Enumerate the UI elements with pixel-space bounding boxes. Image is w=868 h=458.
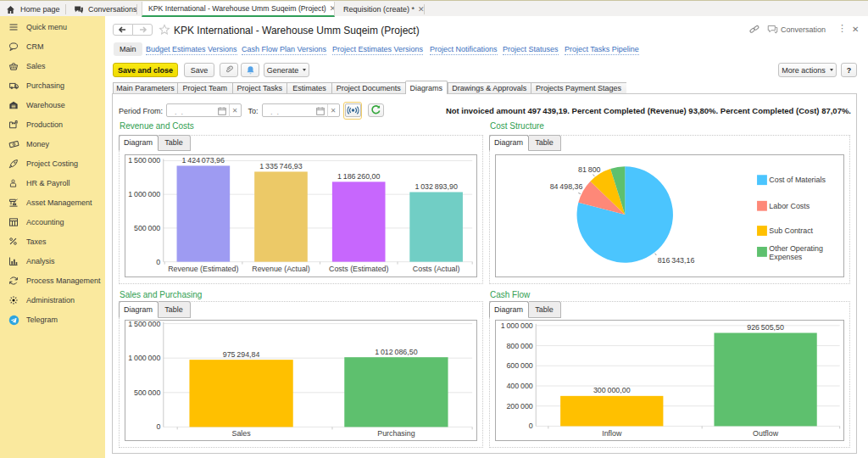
svg-text:1 000 000: 1 000 000 — [128, 190, 160, 198]
svg-text:300 000,00: 300 000,00 — [593, 386, 630, 394]
svg-text:Inflow: Inflow — [602, 429, 622, 438]
svg-text:800 000: 800 000 — [506, 342, 532, 350]
svg-text:Other Operating: Other Operating — [769, 244, 823, 253]
svg-text:Purchasing: Purchasing — [377, 429, 415, 438]
svg-text:0: 0 — [156, 258, 160, 266]
svg-text:Revenue (Actual): Revenue (Actual) — [252, 265, 309, 273]
svg-text:500 000: 500 000 — [134, 388, 160, 397]
svg-text:1 032 893,90: 1 032 893,90 — [415, 182, 457, 191]
svg-text:Sub Contract: Sub Contract — [769, 226, 813, 235]
svg-text:81 800: 81 800 — [578, 165, 600, 174]
svg-text:1 500 000: 1 500 000 — [128, 156, 160, 165]
svg-text:200 000: 200 000 — [506, 402, 532, 411]
svg-text:1 000 000: 1 000 000 — [500, 321, 532, 330]
svg-text:Costs (Actual): Costs (Actual) — [412, 265, 459, 273]
svg-text:1 500 000: 1 500 000 — [128, 320, 160, 328]
svg-text:84 498,36: 84 498,36 — [549, 182, 582, 191]
svg-text:1 424 073,96: 1 424 073,96 — [181, 156, 224, 165]
svg-text:500 000: 500 000 — [133, 224, 159, 232]
svg-text:Cost of Materials: Cost of Materials — [769, 176, 826, 184]
svg-text:1 000 000: 1 000 000 — [128, 354, 160, 362]
svg-text:Labor Costs: Labor Costs — [769, 202, 810, 210]
svg-text:600 000: 600 000 — [506, 361, 532, 370]
svg-text:1 012 086,50: 1 012 086,50 — [375, 348, 417, 356]
svg-text:Outflow: Outflow — [753, 429, 779, 438]
svg-text:926 505,50: 926 505,50 — [747, 323, 784, 332]
svg-text:975 294,84: 975 294,84 — [222, 350, 259, 359]
svg-text:0: 0 — [528, 422, 532, 430]
svg-text:Revenue (Estimated): Revenue (Estimated) — [168, 265, 238, 273]
svg-text:0: 0 — [156, 422, 160, 431]
svg-text:1 186 260,00: 1 186 260,00 — [337, 172, 380, 181]
svg-text:Costs (Estimated): Costs (Estimated) — [329, 265, 388, 273]
svg-text:Expenses: Expenses — [769, 253, 802, 261]
svg-text:400 000: 400 000 — [506, 382, 532, 390]
svg-text:Sales: Sales — [231, 429, 251, 438]
svg-text:816 343,16: 816 343,16 — [657, 256, 694, 265]
svg-text:1 335 746,93: 1 335 746,93 — [259, 162, 302, 170]
